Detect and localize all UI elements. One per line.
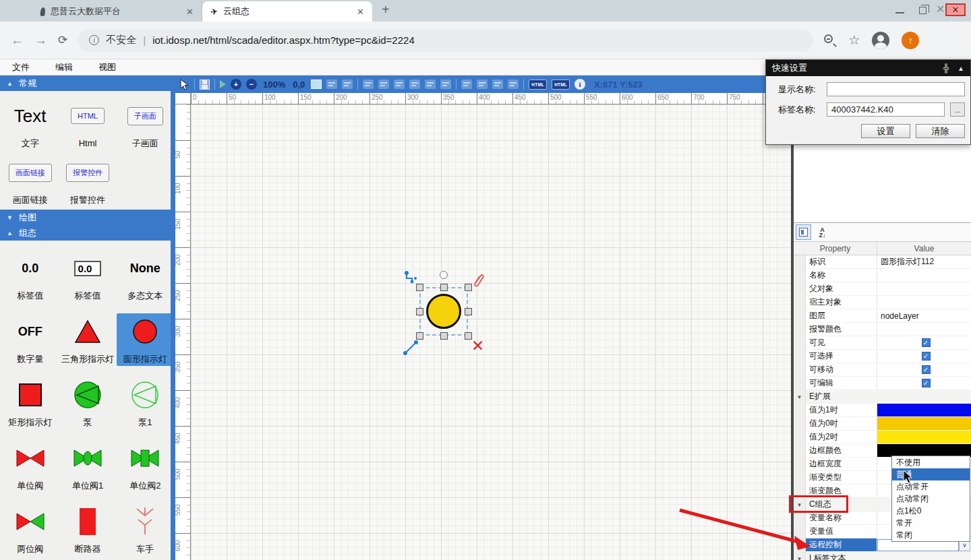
url-field[interactable]: i 不安全 | iot.idosp.net/html/scada/editor.… (78, 29, 813, 52)
property-row-9[interactable]: 可编辑✓ (794, 377, 971, 390)
scada-item-3[interactable]: OFF数字量 (1, 313, 59, 366)
selection-handle[interactable] (465, 284, 472, 291)
scada-item-12[interactable]: 两位阀 (1, 503, 59, 556)
categorize-icon[interactable] (796, 224, 811, 240)
dropdown-option-3[interactable]: 点动常闭 (892, 493, 970, 505)
scada-item-9[interactable]: 单位阀 (1, 440, 59, 493)
delete-icon[interactable]: ✕ (471, 338, 484, 354)
scada-item-8[interactable]: 泵1 (117, 377, 174, 429)
info-icon[interactable]: i (575, 79, 585, 90)
pointer-tool-icon[interactable] (180, 79, 189, 90)
html-preview-icon[interactable]: HTML (552, 80, 570, 90)
profile-avatar[interactable] (872, 32, 889, 49)
scada-item-7[interactable]: 泵 (59, 377, 116, 429)
tab1-close-icon[interactable]: ✕ (186, 7, 194, 17)
property-row-2[interactable]: 父对象 (794, 282, 971, 296)
close-button[interactable]: ✕ ✕ (941, 3, 966, 18)
sidebar-scrollbar[interactable] (171, 75, 175, 560)
checkbox-checked-icon[interactable]: ✓ (922, 338, 931, 347)
selection-handle[interactable] (416, 284, 423, 291)
scada-item-5[interactable]: 圆形指示灯 (117, 313, 174, 366)
property-row-1[interactable]: 名称 (794, 269, 971, 282)
property-row-3[interactable]: 宿主对象 (794, 296, 971, 309)
property-row-7[interactable]: 可选择✓ (794, 350, 971, 363)
category-collapse-icon[interactable]: ▼ (794, 552, 806, 560)
align-bottom-icon[interactable] (440, 80, 451, 89)
general-item-1[interactable]: HTMLHtml (59, 98, 116, 150)
property-row-6[interactable]: 可见✓ (794, 336, 971, 350)
forward-icon[interactable]: → (34, 33, 47, 48)
property-value[interactable] (877, 282, 971, 296)
menu-item-0[interactable]: 文件 (12, 61, 30, 73)
general-item-4[interactable]: 报警控件报警控件 (59, 154, 116, 207)
property-row-13[interactable]: 值为2时 (794, 431, 971, 444)
new-tab-button[interactable]: + (382, 2, 390, 18)
general-item-0[interactable]: Text文字 (1, 98, 59, 150)
save-icon[interactable] (200, 80, 210, 90)
same-width-icon[interactable] (492, 80, 503, 89)
dropdown-option-1[interactable]: 普通 (892, 468, 970, 480)
browser-tab-1[interactable]: 思普云大数据平台 ✕ (32, 1, 202, 22)
sort-az-icon[interactable]: AZ↓ (815, 224, 830, 240)
reload-icon[interactable]: ⟳ (58, 33, 67, 47)
property-row-11[interactable]: 值为1时 (794, 404, 971, 417)
design-canvas[interactable]: ✕ (191, 104, 791, 560)
align-top-icon[interactable] (409, 80, 420, 89)
scada-item-6[interactable]: 矩形指示灯 (1, 377, 59, 429)
scada-item-13[interactable]: 断路器 (59, 503, 116, 556)
property-row-10[interactable]: ▼E扩展 (794, 390, 971, 404)
menu-item-1[interactable]: 编辑 (55, 61, 73, 73)
canvas-settings-icon[interactable] (311, 80, 322, 89)
dropdown-option-4[interactable]: 点1松0 (892, 505, 970, 517)
quick-settings-titlebar[interactable]: 快速设置 ╬ ▲ (766, 60, 970, 76)
property-value[interactable] (877, 417, 971, 431)
circle-indicator-node[interactable] (426, 294, 461, 329)
selection-handle[interactable] (416, 308, 423, 315)
restore-button[interactable] (919, 7, 926, 14)
align-center-icon[interactable] (378, 80, 389, 89)
connector-icon[interactable] (404, 270, 419, 285)
scada-item-4[interactable]: 三角形指示灯 (59, 313, 116, 366)
panel-up-icon[interactable]: ▲ (958, 65, 964, 72)
property-value[interactable] (877, 296, 971, 309)
property-value[interactable] (877, 323, 971, 336)
color-swatch[interactable] (877, 431, 971, 443)
run-icon[interactable] (220, 80, 226, 88)
selection-handle[interactable] (440, 284, 448, 291)
dropdown-option-0[interactable]: 不使用 (892, 456, 970, 468)
paste-icon[interactable] (342, 80, 353, 89)
scada-item-2[interactable]: None多态文本 (117, 250, 174, 303)
selection-handle[interactable] (465, 332, 472, 340)
align-left-icon[interactable] (363, 80, 374, 89)
scada-item-11[interactable]: 单位阀2 (117, 440, 174, 493)
browse-button[interactable]: ... (950, 102, 965, 117)
browser-tab-2[interactable]: ✈ 云组态 ✕ (202, 1, 372, 22)
property-value[interactable] (877, 552, 971, 560)
collapse-icon[interactable]: ╬ (943, 63, 949, 73)
zoom-out-icon[interactable] (824, 34, 836, 46)
html-export-icon[interactable]: HTML (529, 80, 547, 90)
color-swatch[interactable] (877, 404, 971, 416)
scada-item-0[interactable]: 0.0标签值 (1, 250, 59, 303)
same-height-icon[interactable] (508, 80, 519, 89)
property-value[interactable] (877, 431, 971, 444)
general-item-3[interactable]: 画面链接画面链接 (1, 154, 59, 207)
zoom-in-icon[interactable]: + (231, 79, 241, 90)
rotate-handle[interactable] (440, 271, 448, 279)
browser-update-icon[interactable]: ↑ (902, 32, 919, 49)
property-row-22[interactable]: ▼L标签文本 (794, 552, 971, 560)
section-header-general[interactable]: ▲ 常规 (0, 75, 175, 91)
tab2-close-icon[interactable]: ✕ (357, 7, 364, 17)
scada-item-1[interactable]: 0.0标签值 (59, 250, 116, 303)
selection-handle[interactable] (440, 332, 448, 340)
tag-name-input[interactable]: 400037442.K40 (827, 102, 945, 117)
property-value[interactable] (877, 404, 971, 417)
property-value[interactable]: nodeLayer (877, 309, 971, 323)
align-middle-icon[interactable] (425, 80, 436, 89)
menu-item-2[interactable]: 视图 (98, 61, 116, 73)
property-value[interactable]: ✓ (877, 363, 971, 377)
checkbox-checked-icon[interactable]: ✓ (922, 365, 931, 374)
property-value[interactable] (877, 390, 971, 404)
property-row-12[interactable]: 值为0时 (794, 417, 971, 431)
distribute-v-icon[interactable] (477, 80, 488, 89)
